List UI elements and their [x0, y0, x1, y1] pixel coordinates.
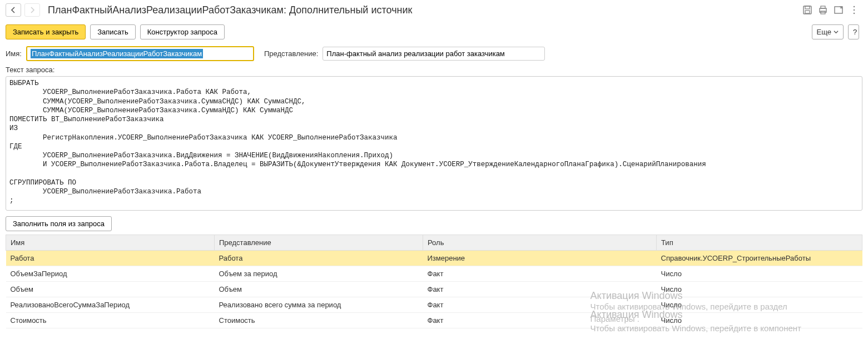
header-type[interactable]: Тип [657, 235, 862, 251]
cell-role: Факт [423, 266, 657, 282]
more-button[interactable]: Еще [812, 24, 844, 39]
pres-label: Представление: [264, 49, 318, 58]
svg-rect-1 [805, 6, 810, 9]
help-button[interactable]: ? [848, 24, 859, 39]
svg-point-8 [854, 9, 855, 11]
table-row[interactable]: РеализованоВсегоСуммаЗаПериодРеализовано… [6, 297, 862, 313]
more-label: Еще [817, 28, 831, 36]
chevron-down-icon [834, 29, 839, 34]
cell-type: Число [657, 266, 862, 282]
cell-name: ОбъемЗаПериод [6, 266, 215, 282]
fill-fields-button[interactable]: Заполнить поля из запроса [6, 216, 112, 231]
write-button[interactable]: Записать [90, 24, 136, 39]
write-close-button[interactable]: Записать и закрыть [6, 24, 86, 39]
svg-rect-2 [805, 11, 810, 13]
query-label: Текст запроса: [0, 63, 868, 74]
cell-type: Число [657, 282, 862, 297]
svg-point-7 [854, 6, 855, 7]
cell-name: РеализованоВсегоСуммаЗаПериод [6, 297, 215, 313]
name-label: Имя: [6, 49, 22, 58]
cell-name: Объем [6, 282, 215, 297]
cell-pres: Стоимость [215, 313, 423, 328]
cell-type: Число [657, 297, 862, 313]
back-button[interactable] [6, 3, 21, 17]
header-name[interactable]: Имя [6, 235, 215, 251]
svg-point-9 [854, 13, 855, 14]
cell-pres: Объем за период [215, 266, 423, 282]
cell-pres: Реализовано всего сумма за период [215, 297, 423, 313]
cell-role: Факт [423, 282, 657, 297]
cell-pres: Работа [215, 251, 423, 266]
save-icon[interactable] [802, 5, 812, 15]
table-row[interactable]: СтоимостьСтоимостьФактЧисло [6, 313, 862, 328]
name-input[interactable]: ПланФактныйАнализРеализацииРаботЗаказчик… [26, 46, 254, 61]
fields-table: Имя Представление Роль Тип РаботаРаботаИ… [6, 235, 862, 328]
cell-type: Число [657, 313, 862, 328]
cell-name: Работа [6, 251, 215, 266]
print-icon[interactable] [818, 5, 828, 15]
cell-role: Измерение [423, 251, 657, 266]
toolbar: Записать и закрыть Записать Конструктор … [0, 20, 868, 44]
window-icon[interactable] [834, 5, 844, 15]
query-builder-button[interactable]: Конструктор запроса [140, 24, 225, 39]
header-role[interactable]: Роль [423, 235, 657, 251]
menu-dots-icon[interactable] [849, 5, 859, 15]
table-row[interactable]: ОбъемЗаПериодОбъем за периодФактЧисло [6, 266, 862, 282]
table-header-row: Имя Представление Роль Тип [6, 235, 862, 251]
cell-name: Стоимость [6, 313, 215, 328]
query-textarea[interactable]: ВЫБРАТЬ УСОERP_ВыполнениеРаботЗаказчика.… [6, 76, 862, 211]
svg-rect-0 [803, 6, 811, 14]
page-title: ПланФактныйАнализРеализацииРаботЗаказчик… [48, 4, 412, 16]
cell-type: Справочник.УСОERP_СтроительныеРаботы [657, 251, 862, 266]
pres-input[interactable] [323, 47, 545, 61]
name-value: ПланФактныйАнализРеализацииРаботЗаказчик… [31, 49, 203, 58]
cell-pres: Объем [215, 282, 423, 297]
fields-row: Имя: ПланФактныйАнализРеализацииРаботЗак… [0, 44, 868, 63]
header-bar: ПланФактныйАнализРеализацииРаботЗаказчик… [0, 0, 868, 20]
forward-button[interactable] [24, 3, 40, 17]
table-row[interactable]: РаботаРаботаИзмерениеСправочник.УСОERP_С… [6, 251, 862, 266]
cell-role: Факт [423, 313, 657, 328]
cell-role: Факт [423, 297, 657, 313]
table-row[interactable]: ОбъемОбъемФактЧисло [6, 282, 862, 297]
header-pres[interactable]: Представление [215, 235, 423, 251]
